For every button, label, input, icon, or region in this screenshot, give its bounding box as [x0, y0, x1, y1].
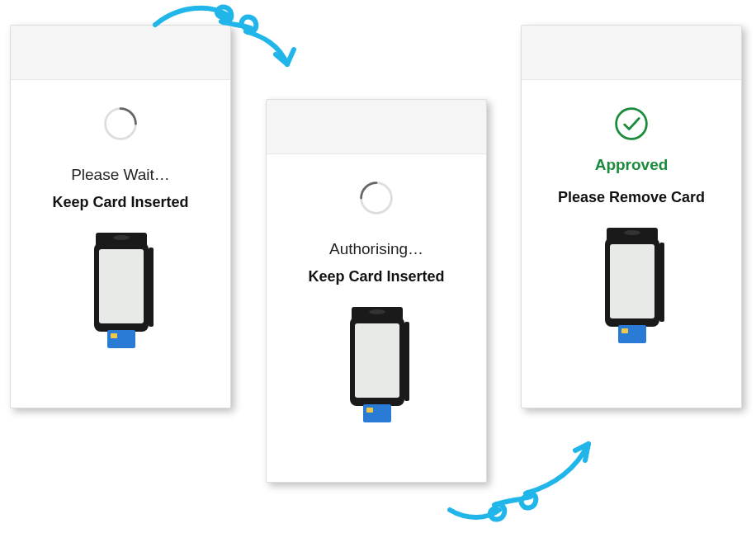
- payment-terminal-icon: [590, 228, 673, 343]
- status-text: Authorising…: [267, 240, 486, 258]
- flow-arrow-1-icon: [147, 0, 312, 91]
- screen-body: Authorising… Keep Card Inserted: [267, 154, 486, 422]
- svg-rect-23: [621, 328, 628, 333]
- svg-point-2: [113, 235, 130, 240]
- status-subtext: Keep Card Inserted: [11, 194, 230, 211]
- svg-point-18: [624, 230, 640, 235]
- spinner-icon: [357, 179, 395, 217]
- status-subtext: Keep Card Inserted: [267, 268, 486, 285]
- status-text: Please Wait…: [11, 166, 230, 184]
- svg-rect-22: [618, 325, 646, 343]
- flow-arrow-2-icon: [442, 419, 623, 526]
- screen-body: Approved Please Remove Card: [522, 80, 741, 343]
- svg-rect-14: [363, 404, 391, 422]
- payment-terminal-icon: [335, 307, 418, 422]
- svg-rect-4: [149, 248, 154, 327]
- svg-rect-5: [99, 249, 144, 323]
- svg-rect-20: [659, 243, 664, 322]
- screen-body: Please Wait… Keep Card Inserted: [11, 80, 230, 348]
- svg-rect-7: [111, 333, 117, 338]
- svg-point-16: [617, 109, 647, 139]
- payment-terminal-icon: [79, 233, 162, 348]
- status-text: Approved: [522, 156, 741, 174]
- svg-rect-21: [610, 244, 654, 318]
- svg-rect-13: [355, 323, 399, 398]
- svg-rect-15: [366, 408, 373, 413]
- screen-header: [522, 26, 741, 80]
- spinner-icon: [102, 105, 139, 143]
- screen-header: [267, 100, 486, 154]
- svg-rect-12: [404, 322, 409, 401]
- checkmark-icon: [612, 105, 650, 143]
- svg-rect-6: [107, 330, 135, 348]
- status-subtext: Please Remove Card: [522, 189, 741, 206]
- svg-point-10: [369, 309, 385, 314]
- screen-approved: Approved Please Remove Card: [521, 25, 742, 408]
